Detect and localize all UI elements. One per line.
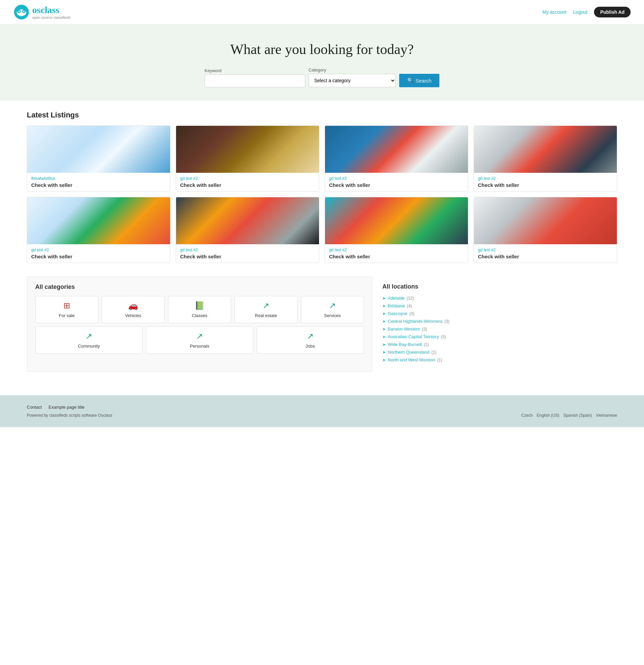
listing-category: gd test #2 [478,248,613,252]
location-item[interactable]: ➤ Wide Bay-Burnett (1) [383,342,617,347]
listing-image-overlay [474,126,617,173]
listing-image-overlay [176,126,319,173]
listing-image-overlay [325,197,468,244]
category-jobs[interactable]: ↗ Jobs [257,326,364,354]
search-bar: Keyword Category Select a category For s… [14,68,630,87]
header-nav: My account Logout Publish Ad [542,7,630,17]
footer-page-title-link[interactable]: Example page title [48,405,84,410]
listing-card[interactable]: gd test #2 Check with seller [474,126,617,192]
footer-language-link[interactable]: Vietnamese [596,413,617,418]
header: osclass open source classifieds My accou… [0,0,644,24]
listing-image [474,126,617,173]
classes-label: Classes [192,313,207,318]
listing-info: gd test #2 Check with seller [474,173,617,191]
footer-powered: Powered by classifieds scripts software … [27,413,112,418]
location-count: (3) [445,319,449,324]
location-name: Australian Capital Territory [388,334,439,339]
location-pin-icon: ➤ [383,327,386,331]
services-label: Services [324,313,341,318]
location-pin-icon: ➤ [383,304,386,308]
location-item[interactable]: ➤ Northern Queensland (1) [383,349,617,355]
listing-card[interactable]: gd test #2 Check with seller [176,126,319,192]
location-pin-icon: ➤ [383,335,386,339]
locations-box: All locations ➤ Adelaide (12) ➤ Brisbane… [383,277,617,372]
location-count: (1) [431,350,436,355]
hero-title: What are you looking for today? [14,41,630,57]
listing-info: gd test #2 Check with seller [325,244,468,263]
listing-card[interactable]: gd test #2 Check with seller [325,197,468,263]
listing-image-overlay [474,197,617,244]
community-label: Community [78,344,100,348]
listing-category: ffdsafadsfdsa [31,176,166,181]
listing-category: gd test #2 [478,176,613,181]
keyword-input[interactable] [204,75,305,87]
location-item[interactable]: ➤ Australian Capital Territory (3) [383,334,617,339]
listing-price: Check with seller [31,182,166,188]
listing-image-overlay [176,197,319,244]
categories-title: All categories [35,284,364,290]
listing-image [27,197,170,244]
listing-price: Check with seller [329,254,464,259]
svg-point-4 [18,11,20,12]
location-item[interactable]: ➤ Central Highlands-Wimmera (3) [383,319,617,324]
location-item[interactable]: ➤ Gascoyne (3) [383,311,617,316]
location-item[interactable]: ➤ North and West Moreton (1) [383,357,617,362]
category-classes[interactable]: 📗 Classes [168,296,231,323]
footer-language-link[interactable]: Spanish (Spain) [563,413,592,418]
location-name: North and West Moreton [388,357,435,362]
location-pin-icon: ➤ [383,358,386,362]
category-real-estate[interactable]: ↗ Real estate [234,296,297,323]
main-content: Latest Listings ffdsafadsfdsa Check with… [0,101,644,382]
category-services[interactable]: ↗ Services [301,296,364,323]
category-for-sale[interactable]: ⊞ For sale [35,296,98,323]
listing-info: ffdsafadsfdsa Check with seller [27,173,170,191]
location-pin-icon: ➤ [383,296,386,301]
vehicles-label: Vehicles [125,313,141,318]
vehicles-icon: 🚗 [128,301,138,310]
categories-box: All categories ⊞ For sale 🚗 Vehicles 📗 C… [27,277,372,372]
listing-price: Check with seller [180,254,315,259]
location-item[interactable]: ➤ Adelaide (12) [383,296,617,301]
location-item[interactable]: ➤ Barwon-Western (3) [383,326,617,331]
listing-card[interactable]: ffdsafadsfdsa Check with seller [27,126,170,192]
real-estate-label: Real estate [255,313,277,318]
listing-card[interactable]: gd test #2 Check with seller [176,197,319,263]
location-count: (3) [441,335,446,339]
search-icon: 🔍 [407,77,414,83]
locations-title: All locations [383,283,617,290]
location-name: Gascoyne [388,311,408,316]
listing-price: Check with seller [478,182,613,188]
svg-point-5 [23,11,24,12]
location-count: (4) [407,304,412,308]
listing-card[interactable]: gd test #2 Check with seller [27,197,170,263]
location-pin-icon: ➤ [383,319,386,324]
footer-language-link[interactable]: English (US) [536,413,559,418]
personals-label: Personals [190,344,209,348]
location-count: (12) [407,296,414,301]
listing-card[interactable]: gd test #2 Check with seller [474,197,617,263]
category-label: Category [309,68,326,73]
my-account-link[interactable]: My account [542,10,567,15]
for-sale-label: For sale [59,313,75,318]
footer-language-link[interactable]: Czech [521,413,533,418]
footer-contact-link[interactable]: Contact [27,405,42,410]
listing-price: Check with seller [478,254,613,259]
for-sale-icon: ⊞ [63,301,70,310]
footer-bottom: Powered by classifieds scripts software … [27,413,617,418]
listing-price: Check with seller [180,182,315,188]
categories-row2: ↗ Community ↗ Personals ↗ Jobs [35,326,364,354]
classes-icon: 📗 [195,301,204,310]
publish-ad-button[interactable]: Publish Ad [594,7,630,17]
category-personals[interactable]: ↗ Personals [146,326,253,354]
listing-card[interactable]: gd test #2 Check with seller [325,126,468,192]
search-button[interactable]: 🔍 Search [399,74,440,87]
listing-image-overlay [27,197,170,244]
category-community[interactable]: ↗ Community [35,326,142,354]
listing-image [27,126,170,173]
logout-link[interactable]: Logout [573,10,588,15]
category-vehicles[interactable]: 🚗 Vehicles [102,296,165,323]
location-count: (1) [424,342,429,347]
location-pin-icon: ➤ [383,342,386,347]
location-item[interactable]: ➤ Brisbane (4) [383,303,617,308]
category-select[interactable]: Select a category For sale Vehicles Clas… [309,74,396,87]
